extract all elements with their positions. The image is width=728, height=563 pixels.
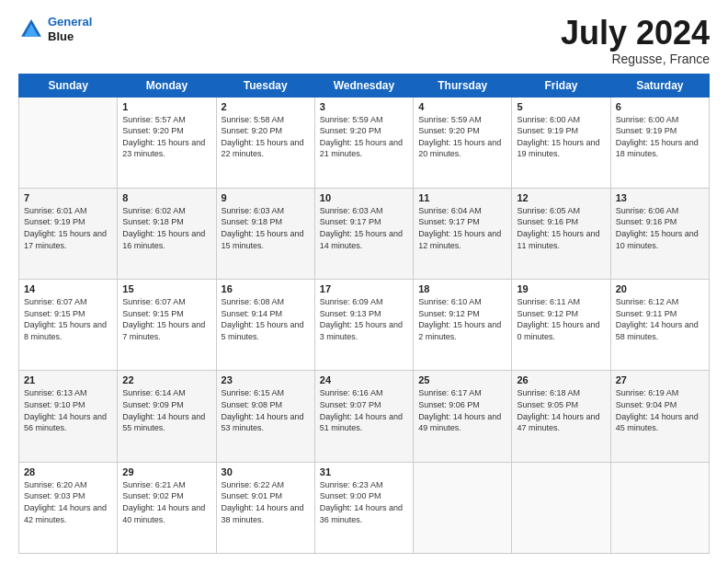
day-info: Sunrise: 6:15 AM Sunset: 9:08 PM Dayligh… [222, 387, 310, 433]
calendar-cell: 18Sunrise: 6:10 AM Sunset: 9:12 PM Dayli… [414, 280, 512, 371]
day-info: Sunrise: 6:02 AM Sunset: 9:18 PM Dayligh… [122, 205, 210, 251]
location: Regusse, France [561, 52, 710, 66]
day-info: Sunrise: 6:19 AM Sunset: 9:04 PM Dayligh… [616, 387, 704, 433]
day-number: 26 [517, 374, 605, 385]
day-number: 3 [320, 101, 408, 112]
day-info: Sunrise: 6:17 AM Sunset: 9:06 PM Dayligh… [418, 387, 506, 433]
calendar-week-row: 28Sunrise: 6:20 AM Sunset: 9:03 PM Dayli… [19, 462, 710, 553]
day-number: 18 [418, 283, 506, 294]
calendar-cell: 16Sunrise: 6:08 AM Sunset: 9:14 PM Dayli… [216, 280, 314, 371]
col-sunday: Sunday [19, 74, 118, 97]
day-info: Sunrise: 6:07 AM Sunset: 9:15 PM Dayligh… [122, 296, 210, 342]
calendar-cell: 17Sunrise: 6:09 AM Sunset: 9:13 PM Dayli… [314, 280, 413, 371]
calendar-cell [610, 462, 709, 553]
day-info: Sunrise: 6:06 AM Sunset: 9:16 PM Dayligh… [616, 205, 704, 251]
day-number: 17 [320, 283, 408, 294]
col-wednesday: Wednesday [314, 74, 413, 97]
day-info: Sunrise: 6:03 AM Sunset: 9:18 PM Dayligh… [222, 205, 310, 251]
day-number: 29 [122, 466, 210, 477]
day-number: 6 [616, 101, 704, 112]
calendar-cell: 4Sunrise: 5:59 AM Sunset: 9:20 PM Daylig… [414, 97, 512, 188]
day-number: 7 [24, 192, 112, 203]
day-info: Sunrise: 6:11 AM Sunset: 9:12 PM Dayligh… [517, 296, 605, 342]
day-number: 19 [517, 283, 605, 294]
day-number: 16 [222, 283, 310, 294]
logo-line2: Blue [48, 29, 92, 44]
day-number: 13 [616, 192, 704, 203]
col-monday: Monday [118, 74, 216, 97]
day-info: Sunrise: 6:21 AM Sunset: 9:02 PM Dayligh… [122, 479, 210, 525]
day-info: Sunrise: 6:07 AM Sunset: 9:15 PM Dayligh… [24, 296, 112, 342]
logo-icon [18, 17, 44, 42]
calendar-cell: 6Sunrise: 6:00 AM Sunset: 9:19 PM Daylig… [610, 97, 709, 188]
day-info: Sunrise: 5:57 AM Sunset: 9:20 PM Dayligh… [122, 114, 210, 160]
day-info: Sunrise: 6:03 AM Sunset: 9:17 PM Dayligh… [320, 205, 408, 251]
logo-line1: General [48, 15, 92, 29]
day-number: 23 [222, 374, 310, 385]
calendar-cell: 1Sunrise: 5:57 AM Sunset: 9:20 PM Daylig… [118, 97, 216, 188]
col-tuesday: Tuesday [216, 74, 314, 97]
page: General Blue July 2024 Regusse, France S… [0, 0, 728, 563]
title-block: July 2024 Regusse, France [561, 15, 710, 66]
calendar-table: Sunday Monday Tuesday Wednesday Thursday… [18, 74, 710, 554]
calendar-cell: 10Sunrise: 6:03 AM Sunset: 9:17 PM Dayli… [314, 188, 413, 279]
day-number: 2 [222, 101, 310, 112]
day-number: 9 [222, 192, 310, 203]
day-number: 4 [418, 101, 506, 112]
calendar-cell: 5Sunrise: 6:00 AM Sunset: 9:19 PM Daylig… [512, 97, 610, 188]
calendar-cell: 29Sunrise: 6:21 AM Sunset: 9:02 PM Dayli… [118, 462, 216, 553]
day-number: 27 [616, 374, 704, 385]
day-info: Sunrise: 6:00 AM Sunset: 9:19 PM Dayligh… [517, 114, 605, 160]
calendar-cell: 31Sunrise: 6:23 AM Sunset: 9:00 PM Dayli… [314, 462, 413, 553]
header: General Blue July 2024 Regusse, France [18, 15, 710, 66]
calendar-cell: 7Sunrise: 6:01 AM Sunset: 9:19 PM Daylig… [19, 188, 118, 279]
day-number: 12 [517, 192, 605, 203]
day-info: Sunrise: 6:22 AM Sunset: 9:01 PM Dayligh… [222, 479, 310, 525]
day-info: Sunrise: 6:16 AM Sunset: 9:07 PM Dayligh… [320, 387, 408, 433]
day-number: 24 [320, 374, 408, 385]
calendar-cell: 3Sunrise: 5:59 AM Sunset: 9:20 PM Daylig… [314, 97, 413, 188]
day-number: 11 [418, 192, 506, 203]
day-info: Sunrise: 6:09 AM Sunset: 9:13 PM Dayligh… [320, 296, 408, 342]
day-info: Sunrise: 6:14 AM Sunset: 9:09 PM Dayligh… [122, 387, 210, 433]
calendar-cell: 20Sunrise: 6:12 AM Sunset: 9:11 PM Dayli… [610, 280, 709, 371]
day-info: Sunrise: 6:08 AM Sunset: 9:14 PM Dayligh… [222, 296, 310, 342]
day-number: 14 [24, 283, 112, 294]
calendar-week-row: 1Sunrise: 5:57 AM Sunset: 9:20 PM Daylig… [19, 97, 710, 188]
day-number: 10 [320, 192, 408, 203]
calendar-cell [19, 97, 118, 188]
calendar-cell: 25Sunrise: 6:17 AM Sunset: 9:06 PM Dayli… [414, 371, 512, 462]
day-info: Sunrise: 5:59 AM Sunset: 9:20 PM Dayligh… [418, 114, 506, 160]
calendar-cell: 30Sunrise: 6:22 AM Sunset: 9:01 PM Dayli… [216, 462, 314, 553]
col-friday: Friday [512, 74, 610, 97]
calendar-cell: 21Sunrise: 6:13 AM Sunset: 9:10 PM Dayli… [19, 371, 118, 462]
calendar-cell: 22Sunrise: 6:14 AM Sunset: 9:09 PM Dayli… [118, 371, 216, 462]
day-info: Sunrise: 6:01 AM Sunset: 9:19 PM Dayligh… [24, 205, 112, 251]
day-number: 31 [320, 466, 408, 477]
calendar-cell: 8Sunrise: 6:02 AM Sunset: 9:18 PM Daylig… [118, 188, 216, 279]
day-info: Sunrise: 6:05 AM Sunset: 9:16 PM Dayligh… [517, 205, 605, 251]
day-info: Sunrise: 5:59 AM Sunset: 9:20 PM Dayligh… [320, 114, 408, 160]
calendar-cell: 13Sunrise: 6:06 AM Sunset: 9:16 PM Dayli… [610, 188, 709, 279]
day-number: 22 [122, 374, 210, 385]
col-thursday: Thursday [414, 74, 512, 97]
day-info: Sunrise: 6:10 AM Sunset: 9:12 PM Dayligh… [418, 296, 506, 342]
calendar-cell: 9Sunrise: 6:03 AM Sunset: 9:18 PM Daylig… [216, 188, 314, 279]
calendar-week-row: 7Sunrise: 6:01 AM Sunset: 9:19 PM Daylig… [19, 188, 710, 279]
day-info: Sunrise: 6:04 AM Sunset: 9:17 PM Dayligh… [418, 205, 506, 251]
calendar-cell: 28Sunrise: 6:20 AM Sunset: 9:03 PM Dayli… [19, 462, 118, 553]
calendar-cell: 26Sunrise: 6:18 AM Sunset: 9:05 PM Dayli… [512, 371, 610, 462]
calendar-cell: 2Sunrise: 5:58 AM Sunset: 9:20 PM Daylig… [216, 97, 314, 188]
day-number: 1 [122, 101, 210, 112]
logo: General Blue [18, 15, 92, 43]
col-saturday: Saturday [610, 74, 709, 97]
day-info: Sunrise: 6:20 AM Sunset: 9:03 PM Dayligh… [24, 479, 112, 525]
day-number: 8 [122, 192, 210, 203]
calendar-week-row: 14Sunrise: 6:07 AM Sunset: 9:15 PM Dayli… [19, 280, 710, 371]
day-number: 25 [418, 374, 506, 385]
calendar-cell: 19Sunrise: 6:11 AM Sunset: 9:12 PM Dayli… [512, 280, 610, 371]
day-number: 30 [222, 466, 310, 477]
day-info: Sunrise: 5:58 AM Sunset: 9:20 PM Dayligh… [222, 114, 310, 160]
day-info: Sunrise: 6:13 AM Sunset: 9:10 PM Dayligh… [24, 387, 112, 433]
calendar-week-row: 21Sunrise: 6:13 AM Sunset: 9:10 PM Dayli… [19, 371, 710, 462]
